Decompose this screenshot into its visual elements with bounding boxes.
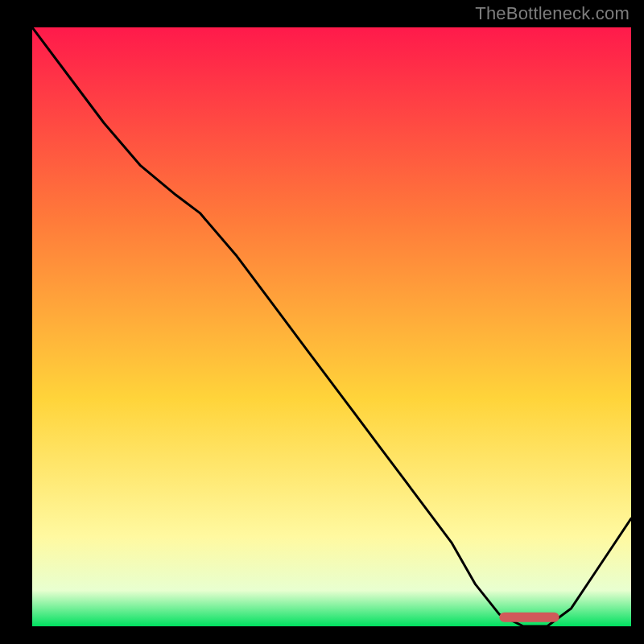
plot-svg — [32, 27, 631, 626]
attribution-text: TheBottleneck.com — [475, 3, 630, 24]
chart-frame: TheBottleneck.com — [0, 0, 644, 644]
optimum-marker — [499, 613, 559, 622]
gradient-background — [32, 27, 631, 626]
bottleneck-plot — [32, 27, 631, 626]
